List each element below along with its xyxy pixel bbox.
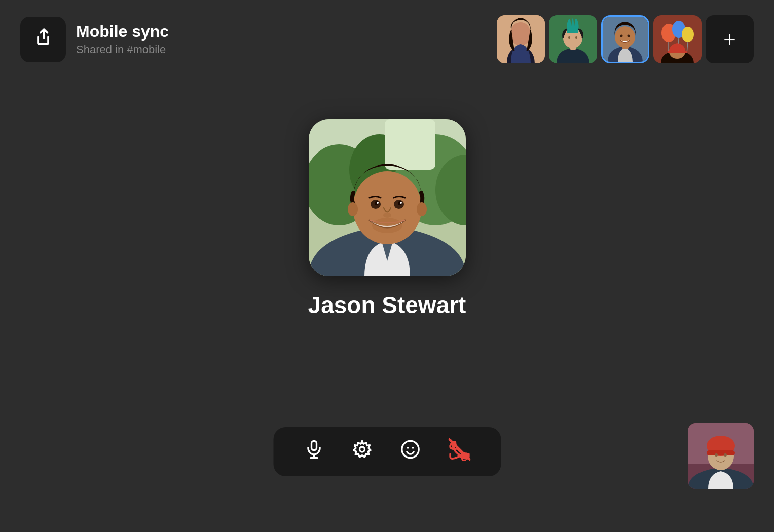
header-title: Mobile sync: [76, 22, 169, 41]
svg-rect-31: [385, 119, 435, 170]
svg-point-3: [511, 22, 530, 39]
svg-point-13: [615, 26, 635, 48]
end-call-button[interactable]: [448, 438, 470, 465]
plus-icon: +: [723, 29, 736, 50]
svg-point-59: [724, 453, 727, 457]
svg-point-14: [620, 35, 623, 37]
main-content: Jason Stewart: [0, 119, 774, 319]
svg-point-8: [568, 36, 570, 39]
svg-rect-24: [668, 51, 687, 53]
mute-button[interactable]: [304, 439, 324, 464]
svg-point-49: [407, 447, 409, 449]
participant-avatar-1[interactable]: [497, 15, 545, 63]
end-call-icon: [448, 438, 470, 465]
header-left: Mobile sync Shared in #mobile: [20, 17, 169, 62]
participant-avatar-2[interactable]: [549, 15, 597, 63]
svg-point-34: [348, 202, 358, 216]
controls-bar: [273, 427, 501, 476]
header: Mobile sync Shared in #mobile: [0, 0, 774, 79]
svg-point-35: [417, 202, 427, 216]
title-block: Mobile sync Shared in #mobile: [76, 22, 169, 56]
settings-button[interactable]: [352, 439, 372, 464]
emoji-icon: [400, 439, 420, 464]
participant-avatar-3[interactable]: [601, 15, 649, 63]
add-participant-button[interactable]: +: [706, 15, 754, 63]
svg-point-58: [715, 453, 718, 457]
self-view[interactable]: [688, 423, 754, 489]
header-subtitle: Shared in #mobile: [76, 43, 169, 56]
caller-avatar: [309, 119, 466, 276]
svg-point-50: [412, 447, 414, 449]
share-button[interactable]: [20, 17, 66, 62]
caller-name: Jason Stewart: [308, 291, 466, 319]
svg-point-19: [682, 27, 694, 42]
microphone-icon: [304, 439, 324, 464]
emoji-button[interactable]: [400, 439, 420, 464]
svg-point-42: [383, 213, 391, 218]
svg-point-33: [353, 171, 422, 244]
svg-point-41: [400, 202, 402, 204]
gear-icon: [352, 439, 372, 464]
svg-rect-44: [311, 441, 316, 450]
svg-rect-57: [707, 450, 735, 455]
svg-point-47: [359, 447, 364, 452]
participant-avatar-4[interactable]: [653, 15, 702, 63]
participants-list: +: [497, 15, 754, 63]
svg-point-48: [401, 441, 418, 458]
share-icon: [33, 27, 53, 52]
svg-point-40: [377, 202, 379, 204]
svg-point-43: [372, 218, 402, 233]
svg-point-9: [575, 36, 577, 39]
svg-point-15: [628, 35, 630, 37]
